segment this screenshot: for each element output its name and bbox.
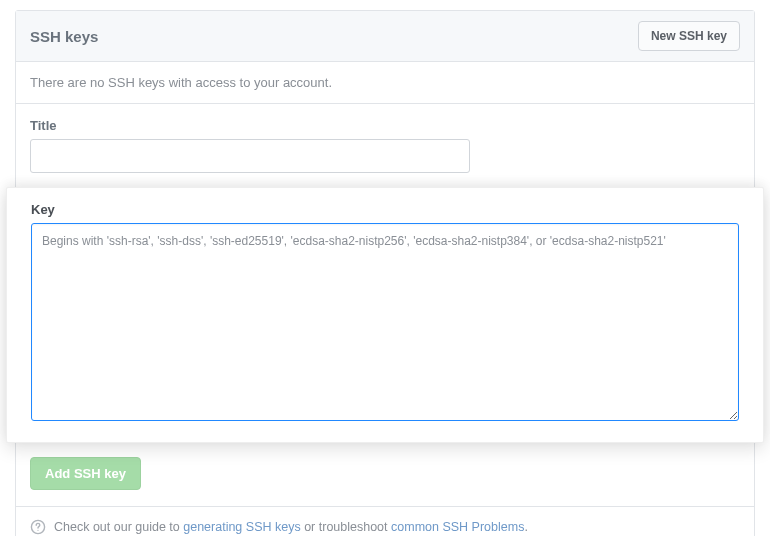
generating-ssh-keys-link[interactable]: generating SSH keys: [183, 520, 300, 534]
footer-text: Check out our guide to generating SSH ke…: [54, 520, 528, 534]
add-key-form: Title Key Add SSH key: [16, 104, 754, 506]
panel-footer: Check out our guide to generating SSH ke…: [16, 506, 754, 536]
footer-suffix: .: [524, 520, 527, 534]
title-field-group: Title: [30, 118, 740, 173]
svg-point-1: [37, 530, 38, 531]
footer-middle: or troubleshoot: [301, 520, 391, 534]
title-label: Title: [30, 118, 740, 133]
empty-state-message: There are no SSH keys with access to you…: [16, 62, 754, 104]
common-ssh-problems-link[interactable]: common SSH Problems: [391, 520, 524, 534]
key-label: Key: [31, 202, 739, 217]
footer-prefix: Check out our guide to: [54, 520, 183, 534]
key-field-highlight: Key: [6, 187, 764, 443]
add-ssh-key-button[interactable]: Add SSH key: [30, 457, 141, 490]
ssh-keys-panel: SSH keys New SSH key There are no SSH ke…: [15, 10, 755, 536]
key-textarea[interactable]: [31, 223, 739, 421]
panel-title: SSH keys: [30, 28, 98, 45]
panel-header: SSH keys New SSH key: [16, 11, 754, 62]
help-icon: [30, 519, 46, 535]
title-input[interactable]: [30, 139, 470, 173]
new-ssh-key-button[interactable]: New SSH key: [638, 21, 740, 51]
